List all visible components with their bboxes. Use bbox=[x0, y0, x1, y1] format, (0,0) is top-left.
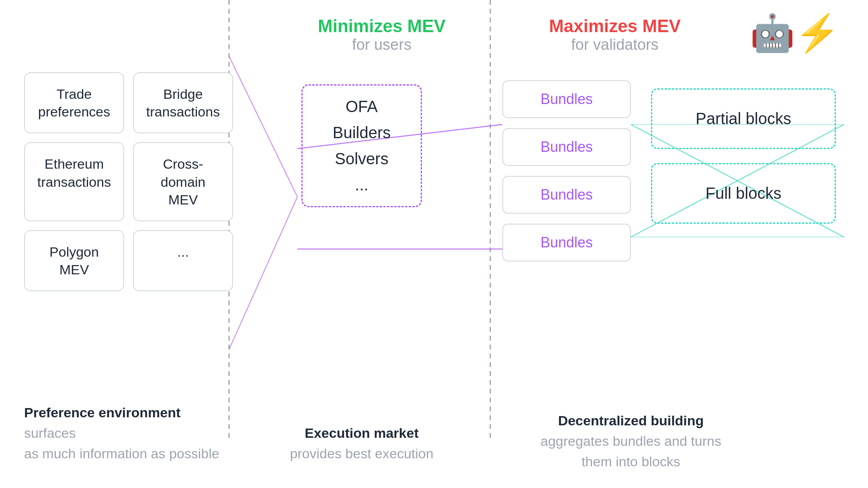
card-bridge-transactions: Bridgetransactions bbox=[133, 72, 233, 133]
bundle-1: Bundles bbox=[502, 80, 631, 118]
bottom-label-preference: Preference environment surfacesas much i… bbox=[24, 402, 225, 464]
full-blocks-box: Full blocks bbox=[651, 163, 836, 224]
bottom-label-decentralized: Decentralized building aggregates bundle… bbox=[494, 410, 768, 472]
maximizes-title: Maximizes MEV bbox=[498, 16, 731, 36]
robot-icon: 🤖⚡ bbox=[750, 12, 840, 54]
svg-line-5 bbox=[229, 197, 297, 349]
card-trade-preferences: Tradepreferences bbox=[24, 72, 124, 133]
bundle-2: Bundles bbox=[502, 128, 631, 166]
bundle-4: Bundles bbox=[502, 224, 631, 261]
header-minimizes: Minimizes MEV for users bbox=[265, 16, 498, 53]
partial-blocks-box: Partial blocks bbox=[651, 88, 836, 149]
bottom-label-execution: Execution market provides best execution bbox=[237, 423, 486, 464]
card-ethereum-transactions: Ethereumtransactions bbox=[24, 142, 124, 221]
solvers-label: Solvers bbox=[335, 150, 388, 168]
minimizes-title: Minimizes MEV bbox=[265, 16, 498, 36]
builders-label: Builders bbox=[333, 124, 391, 142]
bundles-section: Bundles Bundles Bundles Bundles bbox=[502, 80, 631, 261]
card-ellipsis: ... bbox=[133, 230, 233, 291]
ofa-label: OFA bbox=[346, 98, 378, 116]
left-cards-section: Tradepreferences Bridgetransactions Ethe… bbox=[24, 72, 233, 291]
bundle-3: Bundles bbox=[502, 176, 631, 214]
card-polygon-mev: Polygon MEV bbox=[24, 230, 124, 291]
header-maximizes: Maximizes MEV for validators bbox=[498, 16, 731, 53]
decentralized-building-section: Partial blocks Full blocks bbox=[651, 88, 836, 224]
minimizes-subtitle: for users bbox=[265, 36, 498, 53]
card-cross-domain-mev: Cross-domainMEV bbox=[133, 142, 233, 221]
middle-ellipsis: ... bbox=[355, 176, 368, 194]
maximizes-subtitle: for validators bbox=[498, 36, 731, 53]
execution-market-box: OFA Builders Solvers ... bbox=[237, 72, 486, 207]
